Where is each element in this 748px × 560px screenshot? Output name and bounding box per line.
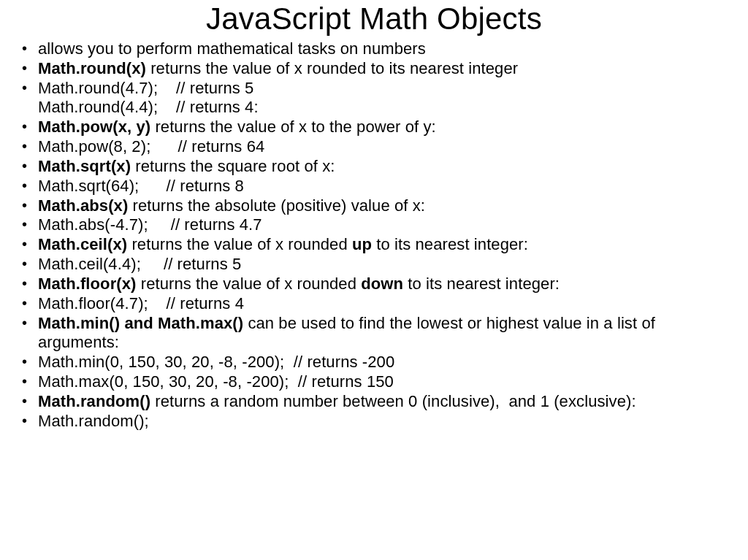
slide-content: JavaScript Math Objects allows you to pe…: [0, 1, 748, 560]
list-text-bold: Math.sqrt(x): [38, 157, 131, 175]
list-text: Math.ceil(4.4); // returns 5: [38, 255, 241, 273]
list-text: Math.pow(8, 2); // returns 64: [38, 137, 264, 156]
list-text: returns the value of x to the power of y…: [150, 118, 436, 136]
list-text: Math.sqrt(64); // returns 8: [38, 177, 244, 195]
list-text-bold: Math.random(): [38, 392, 150, 410]
list-text: returns the absolute (positive) value of…: [128, 196, 425, 215]
list-item: Math.ceil(4.4); // returns 5: [18, 255, 735, 275]
list-item: Math.abs(-4.7); // returns 4.7: [18, 215, 735, 235]
list-item: Math.pow(x, y) returns the value of x to…: [18, 118, 735, 137]
list-text: returns a random number between 0 (inclu…: [150, 392, 636, 410]
list-text-bold: Math.floor(x): [38, 275, 137, 293]
list-text-bold: up: [352, 235, 372, 253]
list-text-bold: Math.pow(x, y): [38, 118, 150, 136]
list-text: Math.floor(4.7); // returns 4: [38, 294, 244, 312]
list-text-bold: down: [361, 275, 403, 293]
list-item: Math.random() returns a random number be…: [18, 392, 735, 412]
list-item: Math.sqrt(x) returns the square root of …: [18, 157, 735, 177]
list-item: Math.sqrt(64); // returns 8: [18, 177, 735, 196]
list-item: Math.pow(8, 2); // returns 64: [18, 137, 735, 157]
bullet-list: allows you to perform mathematical tasks…: [18, 39, 735, 431]
list-item: Math.max(0, 150, 30, 20, -8, -200); // r…: [18, 372, 735, 392]
list-item: Math.min(0, 150, 30, 20, -8, -200); // r…: [18, 353, 735, 372]
list-text: to its nearest integer:: [403, 275, 560, 293]
list-text: Math.max(0, 150, 30, 20, -8, -200); // r…: [38, 372, 394, 391]
list-item: Math.round(x) returns the value of x rou…: [18, 59, 735, 79]
list-text-bold: Math.min() and Math.max(): [38, 314, 243, 332]
list-text: Math.round(4.7); // returns 5: [38, 79, 253, 97]
list-text-bold: Math.round(x): [38, 59, 146, 77]
list-item: Math.floor(4.7); // returns 4: [18, 294, 735, 314]
list-item: Math.random();: [18, 412, 735, 431]
list-text: returns the value of x rounded: [127, 235, 352, 253]
list-item: allows you to perform mathematical tasks…: [18, 39, 735, 59]
list-text-bold: Math.abs(x): [38, 196, 128, 215]
list-item: Math.abs(x) returns the absolute (positi…: [18, 196, 735, 216]
list-item: Math.round(4.7); // returns 5 Math.round…: [18, 79, 735, 118]
list-text: Math.random();: [38, 412, 149, 430]
list-text: to its nearest integer:: [372, 235, 528, 253]
list-text: returns the square root of x:: [131, 157, 335, 175]
list-text: returns the value of x rounded: [137, 275, 362, 293]
list-text: Math.min(0, 150, 30, 20, -8, -200); // r…: [38, 353, 394, 371]
list-item: Math.min() and Math.max() can be used to…: [18, 314, 735, 353]
list-text: Math.abs(-4.7); // returns 4.7: [38, 215, 262, 234]
slide-title: JavaScript Math Objects: [13, 1, 735, 37]
list-item: Math.ceil(x) returns the value of x roun…: [18, 235, 735, 255]
list-text: returns the value of x rounded to its ne…: [146, 59, 518, 77]
list-text-bold: Math.ceil(x): [38, 235, 127, 253]
list-item: Math.floor(x) returns the value of x rou…: [18, 275, 735, 294]
list-text: allows you to perform mathematical tasks…: [38, 39, 426, 58]
list-text-sub: Math.round(4.4); // returns 4:: [38, 98, 735, 118]
